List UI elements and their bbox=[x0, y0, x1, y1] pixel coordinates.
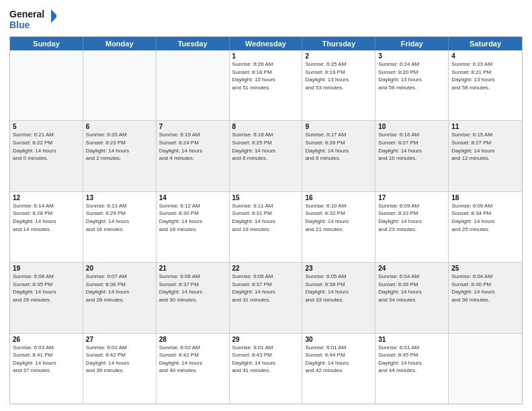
day-number: 13 bbox=[86, 194, 153, 201]
svg-marker-2 bbox=[51, 9, 56, 23]
cell-content: Sunrise: 6:06 AM Sunset: 8:37 PM Dayligh… bbox=[232, 273, 300, 304]
cal-header-monday: Monday bbox=[83, 37, 157, 50]
day-number: 9 bbox=[305, 123, 372, 130]
cal-cell-day-16: 16Sunrise: 6:10 AM Sunset: 8:32 PM Dayli… bbox=[302, 192, 375, 262]
calendar-body: 1Sunrise: 6:26 AM Sunset: 8:18 PM Daylig… bbox=[10, 50, 522, 404]
day-number: 30 bbox=[305, 336, 372, 343]
cell-content: Sunrise: 6:04 AM Sunset: 8:39 PM Dayligh… bbox=[378, 273, 445, 304]
day-number: 1 bbox=[232, 52, 300, 60]
cal-row-2: 12Sunrise: 6:14 AM Sunset: 8:28 PM Dayli… bbox=[10, 192, 522, 263]
cal-cell-day-6: 6Sunrise: 6:20 AM Sunset: 8:23 PM Daylig… bbox=[83, 121, 157, 191]
cell-content: Sunrise: 6:15 AM Sunset: 8:27 PM Dayligh… bbox=[451, 131, 519, 162]
cal-cell-day-15: 15Sunrise: 6:11 AM Sunset: 8:31 PM Dayli… bbox=[230, 192, 303, 262]
calendar-header: SundayMondayTuesdayWednesdayThursdayFrid… bbox=[10, 37, 522, 50]
cal-cell-day-30: 30Sunrise: 6:01 AM Sunset: 8:44 PM Dayli… bbox=[302, 334, 375, 404]
day-number: 26 bbox=[13, 336, 80, 343]
cal-row-0: 1Sunrise: 6:26 AM Sunset: 8:18 PM Daylig… bbox=[10, 50, 522, 121]
day-number: 2 bbox=[305, 52, 372, 60]
cell-content: Sunrise: 6:09 AM Sunset: 8:34 PM Dayligh… bbox=[451, 202, 519, 233]
day-number: 22 bbox=[232, 265, 300, 272]
cal-cell-day-7: 7Sunrise: 6:19 AM Sunset: 8:24 PM Daylig… bbox=[157, 121, 230, 191]
cell-content: Sunrise: 6:04 AM Sunset: 8:40 PM Dayligh… bbox=[451, 273, 519, 304]
cal-cell-day-26: 26Sunrise: 6:03 AM Sunset: 8:41 PM Dayli… bbox=[10, 334, 83, 404]
day-number: 7 bbox=[159, 123, 226, 130]
cell-content: Sunrise: 6:13 AM Sunset: 8:29 PM Dayligh… bbox=[86, 202, 153, 233]
cal-cell-day-17: 17Sunrise: 6:09 AM Sunset: 8:33 PM Dayli… bbox=[375, 192, 449, 262]
cell-content: Sunrise: 6:26 AM Sunset: 8:18 PM Dayligh… bbox=[232, 60, 300, 91]
cell-content: Sunrise: 6:01 AM Sunset: 8:45 PM Dayligh… bbox=[378, 344, 445, 375]
cal-cell-day-9: 9Sunrise: 6:17 AM Sunset: 8:26 PM Daylig… bbox=[302, 121, 375, 191]
cell-content: Sunrise: 6:03 AM Sunset: 8:41 PM Dayligh… bbox=[13, 344, 80, 375]
cell-content: Sunrise: 6:06 AM Sunset: 8:37 PM Dayligh… bbox=[159, 273, 226, 304]
cal-cell-day-27: 27Sunrise: 6:02 AM Sunset: 8:42 PM Dayli… bbox=[83, 334, 157, 404]
cal-cell-day-23: 23Sunrise: 6:05 AM Sunset: 8:38 PM Dayli… bbox=[302, 263, 375, 332]
cal-header-wednesday: Wednesday bbox=[230, 37, 303, 50]
cell-content: Sunrise: 6:21 AM Sunset: 8:22 PM Dayligh… bbox=[13, 131, 80, 162]
cal-cell-day-13: 13Sunrise: 6:13 AM Sunset: 8:29 PM Dayli… bbox=[83, 192, 157, 262]
cal-row-1: 5Sunrise: 6:21 AM Sunset: 8:22 PM Daylig… bbox=[10, 121, 522, 191]
cal-cell-day-22: 22Sunrise: 6:06 AM Sunset: 8:37 PM Dayli… bbox=[230, 263, 303, 332]
day-number: 17 bbox=[378, 194, 445, 201]
cal-cell-day-29: 29Sunrise: 6:01 AM Sunset: 8:43 PM Dayli… bbox=[230, 334, 303, 404]
svg-text:Blue: Blue bbox=[9, 19, 30, 30]
cal-header-friday: Friday bbox=[375, 37, 449, 50]
day-number: 3 bbox=[378, 52, 445, 60]
cell-content: Sunrise: 6:12 AM Sunset: 8:30 PM Dayligh… bbox=[159, 202, 226, 233]
day-number: 28 bbox=[159, 336, 226, 343]
day-number: 6 bbox=[86, 123, 153, 130]
cell-content: Sunrise: 6:16 AM Sunset: 8:27 PM Dayligh… bbox=[378, 131, 445, 162]
cell-content: Sunrise: 6:24 AM Sunset: 8:20 PM Dayligh… bbox=[378, 60, 445, 91]
header: General Blue bbox=[9, 7, 523, 32]
day-number: 15 bbox=[232, 194, 300, 201]
cal-cell-day-28: 28Sunrise: 6:02 AM Sunset: 8:42 PM Dayli… bbox=[157, 334, 230, 404]
cal-cell-empty bbox=[10, 50, 83, 120]
day-number: 11 bbox=[451, 123, 519, 130]
cell-content: Sunrise: 6:05 AM Sunset: 8:38 PM Dayligh… bbox=[305, 273, 372, 304]
cal-header-tuesday: Tuesday bbox=[157, 37, 230, 50]
day-number: 14 bbox=[159, 194, 226, 201]
cell-content: Sunrise: 6:02 AM Sunset: 8:42 PM Dayligh… bbox=[159, 344, 226, 375]
cell-content: Sunrise: 6:01 AM Sunset: 8:44 PM Dayligh… bbox=[305, 344, 372, 375]
cal-cell-day-2: 2Sunrise: 6:25 AM Sunset: 8:19 PM Daylig… bbox=[302, 50, 375, 120]
logo: General Blue bbox=[9, 7, 56, 32]
day-number: 21 bbox=[159, 265, 226, 272]
cell-content: Sunrise: 6:25 AM Sunset: 8:19 PM Dayligh… bbox=[305, 60, 372, 91]
cal-cell-day-14: 14Sunrise: 6:12 AM Sunset: 8:30 PM Dayli… bbox=[157, 192, 230, 262]
day-number: 24 bbox=[378, 265, 445, 272]
page: General Blue SundayMondayTuesdayWednesda… bbox=[0, 0, 532, 411]
day-number: 29 bbox=[232, 336, 300, 343]
cal-cell-day-31: 31Sunrise: 6:01 AM Sunset: 8:45 PM Dayli… bbox=[375, 334, 449, 404]
day-number: 16 bbox=[305, 194, 372, 201]
day-number: 23 bbox=[305, 265, 372, 272]
cal-cell-day-21: 21Sunrise: 6:06 AM Sunset: 8:37 PM Dayli… bbox=[157, 263, 230, 332]
cal-cell-day-24: 24Sunrise: 6:04 AM Sunset: 8:39 PM Dayli… bbox=[375, 263, 449, 332]
cell-content: Sunrise: 6:14 AM Sunset: 8:28 PM Dayligh… bbox=[13, 202, 80, 233]
cal-cell-day-20: 20Sunrise: 6:07 AM Sunset: 8:36 PM Dayli… bbox=[83, 263, 157, 332]
logo-svg: General Blue bbox=[9, 7, 56, 32]
cal-cell-day-11: 11Sunrise: 6:15 AM Sunset: 8:27 PM Dayli… bbox=[449, 121, 522, 191]
cell-content: Sunrise: 6:20 AM Sunset: 8:23 PM Dayligh… bbox=[86, 131, 153, 162]
cell-content: Sunrise: 6:18 AM Sunset: 8:25 PM Dayligh… bbox=[232, 131, 300, 162]
day-number: 8 bbox=[232, 123, 300, 130]
cal-header-thursday: Thursday bbox=[302, 37, 375, 50]
cal-cell-empty bbox=[157, 50, 230, 120]
cal-row-4: 26Sunrise: 6:03 AM Sunset: 8:41 PM Dayli… bbox=[10, 334, 522, 404]
cal-cell-day-25: 25Sunrise: 6:04 AM Sunset: 8:40 PM Dayli… bbox=[449, 263, 522, 332]
cell-content: Sunrise: 6:17 AM Sunset: 8:26 PM Dayligh… bbox=[305, 131, 372, 162]
svg-text:General: General bbox=[9, 9, 44, 19]
day-number: 4 bbox=[451, 52, 519, 60]
day-number: 10 bbox=[378, 123, 445, 130]
cell-content: Sunrise: 6:11 AM Sunset: 8:31 PM Dayligh… bbox=[232, 202, 300, 233]
cal-cell-empty bbox=[83, 50, 157, 120]
cal-cell-day-5: 5Sunrise: 6:21 AM Sunset: 8:22 PM Daylig… bbox=[10, 121, 83, 191]
cell-content: Sunrise: 6:10 AM Sunset: 8:32 PM Dayligh… bbox=[305, 202, 372, 233]
cal-cell-day-4: 4Sunrise: 6:23 AM Sunset: 8:21 PM Daylig… bbox=[449, 50, 522, 120]
cell-content: Sunrise: 6:23 AM Sunset: 8:21 PM Dayligh… bbox=[451, 60, 519, 91]
cal-header-saturday: Saturday bbox=[449, 37, 522, 50]
cal-cell-day-1: 1Sunrise: 6:26 AM Sunset: 8:18 PM Daylig… bbox=[230, 50, 303, 120]
cal-header-sunday: Sunday bbox=[10, 37, 83, 50]
cell-content: Sunrise: 6:07 AM Sunset: 8:36 PM Dayligh… bbox=[86, 273, 153, 304]
cal-cell-empty bbox=[449, 334, 522, 404]
cell-content: Sunrise: 6:08 AM Sunset: 8:35 PM Dayligh… bbox=[13, 273, 80, 304]
cal-cell-day-8: 8Sunrise: 6:18 AM Sunset: 8:25 PM Daylig… bbox=[230, 121, 303, 191]
